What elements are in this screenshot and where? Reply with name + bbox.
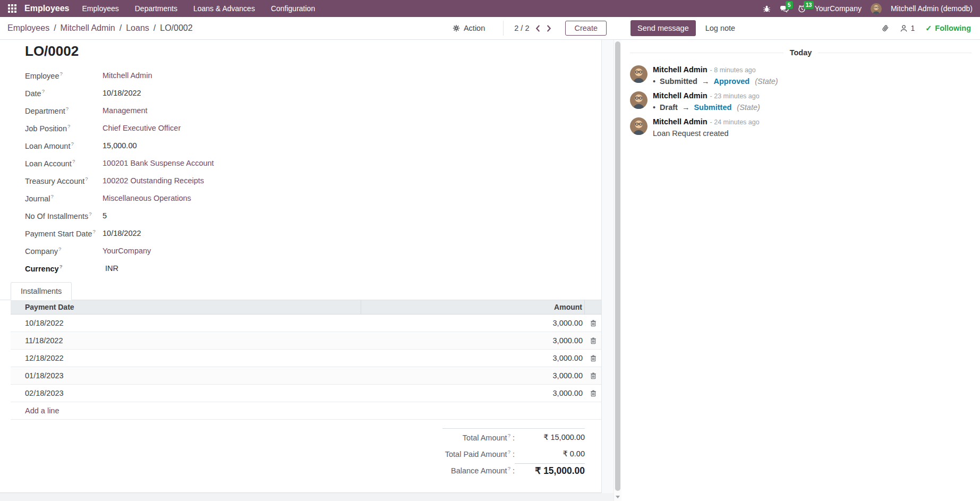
column-header-payment-date[interactable]: Payment Date [11,300,361,314]
message-body: Mitchell Admin- 23 minutes ago•Draft→Sub… [653,91,760,112]
field-help-marker: ? [71,141,73,147]
nav-menu-item-loans-advances[interactable]: Loans & Advances [193,4,255,13]
nav-menu-item-departments[interactable]: Departments [135,4,177,13]
field-value[interactable]: Miscellaneous Operations [103,194,191,202]
control-panel: Employees/Mitchell Admin/Loans/LO/0002 A… [0,17,621,40]
sheet-bottom-gutter [0,493,613,501]
field-help-marker: ? [51,193,54,199]
field-value[interactable]: YourCompany [103,247,151,255]
create-button[interactable]: Create [565,21,607,36]
cell-payment-date[interactable]: 02/18/2023 [11,389,361,397]
field-label-text: Payment Start Date [25,229,92,237]
breadcrumb-link[interactable]: Employees [7,23,49,33]
user-avatar[interactable] [871,3,882,14]
form-field-row: Department?Management [25,101,601,119]
total-colon: : [510,466,515,474]
pager-next-icon[interactable] [547,25,551,32]
messages-icon[interactable]: 5 [780,5,789,13]
apps-grid-icon [8,4,16,13]
field-help-marker: ? [93,228,96,234]
apps-menu-button[interactable] [0,4,24,13]
field-label: Department? [25,106,103,115]
breadcrumb-link[interactable]: Loans [126,23,149,33]
cell-payment-date[interactable]: 12/18/2022 [11,354,361,362]
field-label: Journal? [25,193,103,203]
cell-amount[interactable]: 3,000.00 [361,336,585,345]
cell-payment-date[interactable]: 01/18/2023 [11,371,361,380]
field-value[interactable]: Chief Executive Officer [103,124,181,132]
field-label: Employee? [25,71,103,80]
pager-previous-icon[interactable] [535,25,540,32]
delete-row-button[interactable] [585,355,601,362]
tab-installments[interactable]: Installments [11,282,72,300]
log-note-button[interactable]: Log note [705,24,735,32]
table-row[interactable]: 11/18/20223,000.00 [11,332,601,350]
pager: 2 / 2 [503,21,551,36]
cell-amount[interactable]: 3,000.00 [361,389,585,397]
action-button[interactable]: Action [453,24,485,32]
cell-payment-date[interactable]: 10/18/2022 [11,319,361,327]
message-author-name[interactable]: Mitchell Admin [653,91,708,100]
column-header-amount[interactable]: Amount [361,300,585,314]
followers-button[interactable]: 1 [900,24,915,32]
breadcrumb-separator: / [54,23,56,33]
breadcrumb-separator: / [154,23,156,33]
message-author-avatar [630,117,647,135]
cell-amount[interactable]: 3,000.00 [361,319,585,327]
message-author-name[interactable]: Mitchell Admin [653,65,708,74]
delete-row-button[interactable] [585,372,601,379]
send-message-button[interactable]: Send message [630,20,696,36]
message-body: Mitchell Admin- 8 minutes ago•Submitted→… [653,65,778,86]
form-field-row: Loan Account?100201 Bank Suspense Accoun… [25,154,601,172]
message-author-name[interactable]: Mitchell Admin [653,117,708,126]
vertical-scrollbar[interactable] [613,40,621,501]
field-label-text: Company [25,247,58,255]
field-value[interactable]: Mitchell Admin [103,71,152,80]
scrollbar-thumb[interactable] [615,41,620,491]
field-help-marker: ? [85,176,88,182]
table-row[interactable]: 01/18/20233,000.00 [11,367,601,385]
form-sheet: LO/0002 Employee?Mitchell AdminDate?10/1… [0,40,602,493]
messages-badge: 5 [786,1,793,9]
field-label-text: No Of Installments [25,211,88,220]
total-label: Total Amount? : [463,432,515,442]
field-help-marker: ? [42,88,45,94]
form-field-row: Treasury Account?100202 Outstanding Rece… [25,172,601,189]
following-button[interactable]: ✓ Following [925,24,971,32]
tracking-new-value: Approved [713,77,749,86]
field-label-text: Treasury Account [25,176,84,185]
chatter-pane: Send message Log note 1 ✓ Following Toda… [621,17,980,501]
arrow-right-icon: → [702,77,710,86]
cell-amount[interactable]: 3,000.00 [361,371,585,380]
app-name[interactable]: Employees [24,4,69,13]
delete-row-button[interactable] [585,337,601,344]
cell-payment-date[interactable]: 11/18/2022 [11,336,361,345]
field-value[interactable]: 100201 Bank Suspense Account [103,159,214,167]
debug-bug-icon[interactable] [763,5,771,13]
field-label: Loan Account? [25,158,103,168]
user-menu[interactable]: Mitchell Admin (demodb) [891,4,973,13]
delete-row-button[interactable] [585,390,601,397]
trash-icon [590,320,596,327]
company-switcher[interactable]: YourCompany [815,4,862,13]
field-value[interactable]: 100202 Outstanding Receipts [103,176,204,185]
attachment-paperclip-icon[interactable] [881,24,889,32]
sheet-right-gutter [602,40,613,493]
field-value[interactable]: Management [103,106,148,115]
table-row[interactable]: 12/18/20223,000.00 [11,350,601,367]
cell-amount[interactable]: 3,000.00 [361,354,585,362]
field-label-text: Journal [25,194,50,202]
tracking-change-line: •Submitted→Approved(State) [653,77,778,86]
nav-menu-item-configuration[interactable]: Configuration [271,4,315,13]
add-a-line-link[interactable]: Add a line [11,406,59,415]
field-label: Treasury Account? [25,176,103,185]
breadcrumb-separator: / [120,23,122,33]
nav-menu-item-employees[interactable]: Employees [82,4,118,13]
delete-row-button[interactable] [585,320,601,327]
tracking-field-name: (State) [737,103,760,112]
breadcrumb-link[interactable]: Mitchell Admin [61,23,115,33]
table-row[interactable]: 02/18/20233,000.00 [11,385,601,402]
activities-clock-icon[interactable]: 13 [798,5,806,13]
scrollbar-down-arrow[interactable] [616,496,620,498]
table-row[interactable]: 10/18/20223,000.00 [11,315,601,332]
